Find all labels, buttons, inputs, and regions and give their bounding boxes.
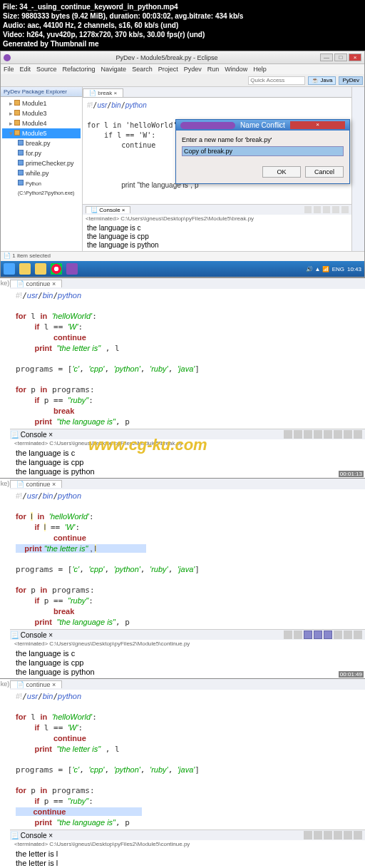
taskbar-chrome-icon[interactable] bbox=[51, 263, 62, 275]
menu-navigate[interactable]: Navigate bbox=[101, 66, 127, 73]
console-btn-terminate[interactable] bbox=[304, 206, 312, 213]
tree-file[interactable]: for.py bbox=[26, 150, 41, 157]
tree-item-selected[interactable]: Module5 bbox=[22, 130, 47, 137]
menu-source[interactable]: Source bbox=[36, 66, 57, 73]
dialog-icon bbox=[180, 122, 235, 129]
console-btn[interactable] bbox=[344, 630, 352, 639]
code-editor[interactable]: #!/usr/bin/python for l in 'helloWorld':… bbox=[10, 489, 365, 629]
console-output[interactable]: the letter is l the letter is l the lett… bbox=[10, 848, 365, 868]
console-btn[interactable] bbox=[304, 630, 312, 639]
file-video: h264, yuv420p, 1278x720, 370 kb/s, 30.00… bbox=[26, 31, 205, 39]
menu-file[interactable]: File bbox=[4, 66, 14, 73]
dialog-title-text: Name Conflict bbox=[235, 121, 290, 129]
editor-tab[interactable]: 📄 continue × bbox=[10, 480, 62, 488]
console-btn[interactable] bbox=[314, 831, 322, 839]
console-btn-remove[interactable] bbox=[314, 206, 321, 213]
dialog-prompt: Enter a new name for 'break.py' bbox=[182, 136, 344, 143]
console-btn[interactable] bbox=[294, 430, 302, 439]
quick-access-input[interactable] bbox=[248, 76, 305, 85]
console-btn[interactable] bbox=[314, 430, 322, 439]
tree-item[interactable]: Module3 bbox=[22, 110, 47, 117]
main-toolbar[interactable]: ☕ Java PyDev bbox=[1, 74, 364, 87]
minimize-button[interactable]: — bbox=[320, 53, 333, 61]
menu-bar[interactable]: File Edit Source Refactoring Navigate Se… bbox=[1, 64, 364, 74]
console-btn[interactable] bbox=[354, 430, 362, 439]
taskbar-eclipse-icon[interactable] bbox=[66, 263, 78, 275]
taskbar-lang[interactable]: ENG bbox=[332, 266, 344, 272]
tree-file[interactable]: primeChecker.py bbox=[26, 160, 74, 167]
dialog-close-button[interactable]: × bbox=[290, 121, 345, 129]
console-btn[interactable] bbox=[354, 831, 362, 839]
console-btn-pin[interactable] bbox=[332, 206, 339, 213]
console-output[interactable]: the language is c the language is cpp th… bbox=[10, 447, 365, 478]
windows-taskbar[interactable]: 🔊 ▲ 📶 ENG 10:43 bbox=[1, 261, 364, 277]
taskbar-folder-icon[interactable] bbox=[35, 263, 46, 275]
menu-window[interactable]: Window bbox=[225, 66, 247, 73]
window-title-bar[interactable]: PyDev - Module5/break.py - Eclipse — □ × bbox=[1, 51, 364, 64]
console-btn[interactable] bbox=[284, 430, 292, 439]
console-tab[interactable]: 📃 Console × bbox=[10, 832, 53, 839]
menu-pydev[interactable]: Pydev bbox=[184, 66, 202, 73]
ok-button[interactable]: OK bbox=[262, 166, 301, 178]
left-gutter: ke) bbox=[0, 479, 10, 678]
perspective-javaee[interactable]: ☕ Java bbox=[308, 76, 336, 85]
console-btn[interactable] bbox=[294, 630, 302, 639]
perspective-pydev[interactable]: PyDev bbox=[339, 76, 363, 85]
console-tab[interactable]: 📃 Console × bbox=[10, 431, 53, 439]
console-btn[interactable] bbox=[354, 630, 362, 639]
console-tab-bar: 📃 Console × bbox=[83, 205, 351, 215]
console-tab[interactable]: 📃 Console × bbox=[86, 206, 130, 213]
console-btn[interactable] bbox=[304, 430, 312, 439]
file-audio: aac, 44100 Hz, 2 channels, s16, 60 kb/s … bbox=[27, 21, 178, 29]
project-tree[interactable]: ▸Module1 ▸Module3 ▸Module4 ▾Module5 brea… bbox=[1, 97, 82, 200]
console-btn[interactable] bbox=[344, 430, 352, 439]
package-explorer[interactable]: PyDev Package Explorer ▸Module1 ▸Module3… bbox=[1, 87, 83, 251]
tree-item[interactable]: Module1 bbox=[22, 100, 47, 107]
menu-help[interactable]: Help bbox=[253, 66, 267, 73]
console-btn[interactable] bbox=[314, 630, 322, 639]
console-btn[interactable] bbox=[324, 630, 332, 639]
tree-interpreter[interactable]: Python (C:\Python27\python.exe) bbox=[18, 181, 74, 195]
outline-mini[interactable] bbox=[351, 87, 364, 251]
code-editor[interactable]: #!/usr/bin/python for l in 'helloWorld':… bbox=[10, 690, 365, 829]
menu-project[interactable]: Project bbox=[158, 66, 178, 73]
console-btn[interactable] bbox=[344, 831, 352, 839]
console-output[interactable]: the language is c the language is cpp th… bbox=[10, 648, 365, 678]
console-tab[interactable]: 📃 Console × bbox=[10, 631, 53, 639]
tree-file[interactable]: break.py bbox=[26, 140, 51, 147]
left-gutter: ke) bbox=[0, 679, 10, 868]
menu-refactoring[interactable]: Refactoring bbox=[63, 66, 96, 73]
maximize-button[interactable]: □ bbox=[334, 53, 347, 61]
code-editor[interactable]: #!/usr/bin/python for l in 'helloWorld':… bbox=[10, 289, 365, 429]
console-btn[interactable] bbox=[334, 831, 342, 839]
editor-tab[interactable]: 📄 break × bbox=[83, 88, 123, 97]
editor-tab[interactable]: 📄 continue × bbox=[10, 680, 62, 688]
console-btn-display[interactable] bbox=[341, 206, 349, 213]
taskbar-tray-icons[interactable]: 🔊 ▲ 📶 bbox=[306, 266, 329, 272]
dialog-filename-input[interactable] bbox=[182, 146, 344, 156]
console-btn[interactable] bbox=[304, 831, 312, 839]
menu-edit[interactable]: Edit bbox=[20, 66, 31, 73]
tree-file[interactable]: while.py bbox=[26, 170, 49, 177]
console-subtitle: <terminated> C:\Users\Igneus\Desktop\pyF… bbox=[10, 640, 365, 648]
close-button[interactable]: × bbox=[349, 53, 361, 61]
menu-run[interactable]: Run bbox=[207, 66, 220, 73]
menu-search[interactable]: Search bbox=[132, 66, 153, 73]
console-btn[interactable] bbox=[324, 430, 332, 439]
name-conflict-dialog: Name Conflict × Enter a new name for 'br… bbox=[175, 119, 350, 184]
package-explorer-tab[interactable]: PyDev Package Explorer bbox=[1, 87, 82, 97]
console-btn[interactable] bbox=[284, 630, 292, 639]
window-title: PyDev - Module5/break.py - Eclipse bbox=[14, 54, 320, 61]
eclipse-window: PyDev - Module5/break.py - Eclipse — □ ×… bbox=[0, 51, 365, 277]
cancel-button[interactable]: Cancel bbox=[305, 166, 344, 178]
console-btn[interactable] bbox=[324, 831, 332, 839]
taskbar-ie-icon[interactable] bbox=[4, 263, 15, 275]
console-output[interactable]: the language is c the language is cpp th… bbox=[83, 223, 351, 251]
editor-tab[interactable]: 📄 continue × bbox=[10, 280, 62, 287]
console-btn[interactable] bbox=[334, 630, 342, 639]
taskbar-clock[interactable]: 10:43 bbox=[347, 266, 361, 272]
console-btn-clear[interactable] bbox=[323, 206, 330, 213]
tree-item[interactable]: Module4 bbox=[22, 120, 47, 127]
console-btn[interactable] bbox=[334, 430, 342, 439]
taskbar-explorer-icon[interactable] bbox=[19, 263, 31, 275]
